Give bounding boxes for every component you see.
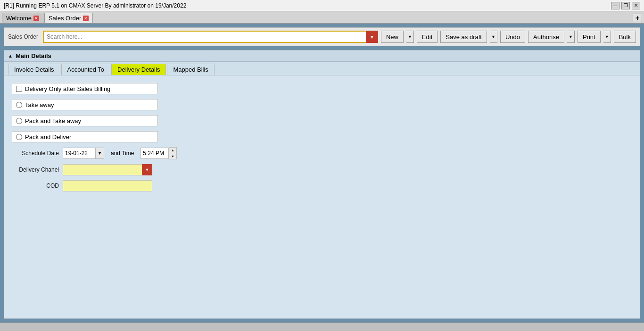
title-bar: [R1] Running ERP 5.1 on CMAX Server By a… (0, 0, 644, 11)
close-button[interactable]: ✕ (632, 2, 640, 9)
status-bar (0, 323, 644, 331)
option-row-pack-deliver: Pack and Deliver (12, 131, 632, 142)
main-content: Sales Order New ▼ Edit Save as draft ▼ U… (0, 24, 644, 323)
inner-tabs: Invoice Details Accounted To Delivery De… (4, 62, 640, 75)
delivery-only-label: Delivery Only after Sales Billing (25, 85, 110, 92)
option-row-pack-take: Pack and Take away (12, 115, 632, 126)
print-button[interactable]: Print (578, 31, 601, 43)
tab-add-button[interactable]: + (633, 14, 642, 22)
tab-welcome-label: Welcome (6, 15, 32, 22)
option-row-delivery-only: Delivery Only after Sales Billing (12, 83, 632, 94)
toolbar-label: Sales Order (8, 33, 38, 40)
minimize-button[interactable]: — (611, 2, 619, 9)
schedule-date-input[interactable] (63, 148, 96, 159)
delivery-channel-dropdown-wrap (63, 164, 152, 175)
panel-collapse-icon[interactable]: ▲ (8, 53, 13, 58)
pack-deliver-label: Pack and Deliver (25, 133, 71, 141)
time-down-button[interactable]: ▼ (169, 153, 176, 159)
restore-button[interactable]: ❐ (621, 2, 630, 9)
pack-take-label: Pack and Take away (25, 117, 81, 124)
authorise-dropdown-button[interactable]: ▼ (567, 31, 575, 43)
delivery-only-option-box: Delivery Only after Sales Billing (12, 83, 158, 94)
take-away-radio[interactable] (16, 102, 22, 108)
save-as-draft-button[interactable]: Save as draft (440, 31, 487, 43)
pack-take-option-box: Pack and Take away (12, 115, 158, 126)
delivery-channel-row: Delivery Chanel (12, 164, 632, 175)
tab-accounted-to[interactable]: Accounted To (61, 64, 111, 75)
cod-label: COD (12, 182, 59, 189)
tab-sales-order-close[interactable]: ✕ (83, 16, 89, 21)
pack-deliver-option-box: Pack and Deliver (12, 131, 158, 142)
tab-bar: Welcome ✕ Sales Order ✕ + (0, 11, 644, 24)
tab-sales-order[interactable]: Sales Order ✕ (44, 13, 93, 23)
delivery-channel-input[interactable] (63, 164, 152, 175)
cod-input[interactable] (63, 180, 152, 191)
cod-row: COD (12, 180, 632, 191)
bulk-button[interactable]: Bulk (614, 31, 636, 43)
search-container (43, 31, 378, 43)
search-dropdown-button[interactable] (366, 31, 378, 43)
edit-button[interactable]: Edit (417, 31, 438, 43)
pack-deliver-radio[interactable] (16, 134, 22, 140)
time-up-button[interactable]: ▲ (169, 148, 176, 153)
time-input-wrap: ▲ ▼ (140, 147, 177, 159)
tab-invoice-details[interactable]: Invoice Details (8, 64, 60, 75)
delivery-channel-label: Delivery Chanel (12, 166, 59, 173)
option-row-take-away: Take away (12, 99, 632, 110)
panel-header: ▲ Main Details (4, 50, 640, 62)
print-dropdown-button[interactable]: ▼ (603, 31, 611, 43)
authorise-button[interactable]: Authorise (528, 31, 564, 43)
take-away-option-box: Take away (12, 99, 158, 110)
tab-sales-order-label: Sales Order (49, 15, 81, 22)
tab-delivery-details[interactable]: Delivery Details (111, 64, 166, 75)
schedule-date-label: Schedule Date (12, 150, 59, 157)
tab-mapped-bills[interactable]: Mapped Bills (167, 64, 214, 75)
save-draft-dropdown-button[interactable]: ▼ (490, 31, 497, 43)
undo-button[interactable]: Undo (500, 31, 525, 43)
tab-welcome[interactable]: Welcome ✕ (2, 13, 43, 23)
form-panel: ▲ Main Details Invoice Details Accounted… (4, 50, 640, 319)
form-content: Delivery Only after Sales Billing Take a… (4, 75, 640, 199)
schedule-date-row: Schedule Date ▼ and Time ▲ ▼ (12, 147, 632, 159)
schedule-date-dropdown-button[interactable]: ▼ (96, 148, 104, 159)
new-button[interactable]: New (381, 31, 404, 43)
new-dropdown-button[interactable]: ▼ (406, 31, 414, 43)
delivery-only-checkbox[interactable] (16, 86, 22, 92)
toolbar: Sales Order New ▼ Edit Save as draft ▼ U… (4, 27, 640, 46)
time-input[interactable] (140, 148, 169, 159)
take-away-label: Take away (25, 101, 54, 108)
window-controls: — ❐ ✕ (611, 2, 640, 9)
tab-welcome-close[interactable]: ✕ (33, 16, 39, 21)
and-time-label: and Time (111, 150, 134, 157)
schedule-date-input-wrap: ▼ (63, 148, 104, 159)
time-spinner: ▲ ▼ (169, 147, 177, 159)
search-input[interactable] (43, 31, 378, 43)
panel-header-title: Main Details (16, 52, 51, 59)
pack-take-radio[interactable] (16, 118, 22, 124)
window-title: [R1] Running ERP 5.1 on CMAX Server By a… (4, 2, 186, 9)
